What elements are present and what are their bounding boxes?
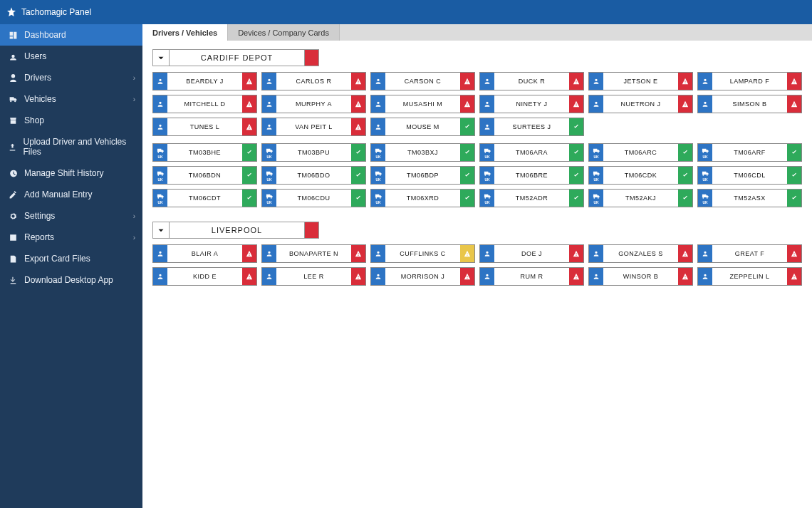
sidebar-item-label: Drivers <box>24 73 51 83</box>
driver-name: BEARDLY J <box>167 73 242 90</box>
vehicle-card[interactable]: UKTM06BRE <box>479 166 584 185</box>
driver-card[interactable]: BEARDLY J <box>152 72 257 90</box>
sidebar-item-export-card-files[interactable]: Export Card Files <box>0 248 142 269</box>
status-icon <box>678 167 692 184</box>
person-icon <box>371 245 385 262</box>
collapse-toggle[interactable] <box>152 222 170 239</box>
status-icon <box>460 118 474 135</box>
driver-card[interactable]: JETSON E <box>588 72 693 90</box>
vehicle-plate-band: UK <box>262 144 276 161</box>
vehicle-card[interactable]: UKTM06ARA <box>479 143 584 162</box>
vehicle-plate-band: UK <box>153 144 167 161</box>
vehicle-card[interactable]: UKTM03BHE <box>152 143 257 162</box>
vehicle-card[interactable]: UKTM06BDO <box>261 166 366 185</box>
collapse-toggle[interactable] <box>152 49 170 66</box>
driver-card[interactable]: VAN PEIT L <box>261 118 366 136</box>
sidebar-item-users[interactable]: Users <box>0 46 142 67</box>
driver-card[interactable]: SURTEES J <box>479 118 584 136</box>
status-icon <box>242 190 256 207</box>
driver-card[interactable]: MUSASHI M <box>370 95 475 113</box>
vehicle-card[interactable]: UKTM52ADR <box>479 189 584 207</box>
vehicle-card[interactable]: UKTM06ARF <box>697 143 802 162</box>
driver-card[interactable]: LEE R <box>261 267 366 286</box>
vehicle-card[interactable]: UKTM03BXJ <box>370 143 475 162</box>
vehicle-card[interactable]: UKTM06XRD <box>370 189 475 207</box>
tab-drivers-vehicles[interactable]: Drivers / Vehicles <box>142 24 228 41</box>
driver-card[interactable]: MITCHELL D <box>152 95 257 113</box>
vehicle-card[interactable]: UKTM06CDT <box>152 189 257 207</box>
person-icon <box>371 268 385 285</box>
sidebar-item-settings[interactable]: Settings› <box>0 205 142 227</box>
sidebar-item-label: Settings <box>24 211 55 221</box>
person-icon <box>480 73 494 90</box>
sidebar-item-download-desktop-app[interactable]: Download Desktop App <box>0 269 142 291</box>
driver-card[interactable]: CARLOS R <box>261 72 366 90</box>
driver-card[interactable]: WINSOR B <box>588 267 693 286</box>
driver-name: SURTEES J <box>494 118 569 135</box>
driver-card[interactable]: GREAT F <box>697 244 802 263</box>
driver-card[interactable]: TUNES L <box>152 118 257 136</box>
driver-card[interactable]: BLAIR A <box>152 244 257 263</box>
driver-card[interactable]: CARSON C <box>370 72 475 90</box>
vehicle-card[interactable]: UKTM06ARC <box>588 143 693 162</box>
status-icon <box>242 245 256 262</box>
driver-card[interactable]: BONAPARTE N <box>261 244 366 263</box>
driver-card[interactable]: MOUSE M <box>370 118 475 136</box>
person-icon <box>589 95 603 113</box>
vehicle-card[interactable]: UKTM06BDN <box>152 166 257 185</box>
depot-header: CARDIFF DEPOT <box>152 49 802 66</box>
status-icon <box>460 73 474 90</box>
vehicle-plate-band: UK <box>698 144 712 161</box>
driver-card[interactable]: MORRISON J <box>370 267 475 286</box>
vehicle-card[interactable]: UKTM06CDK <box>588 166 693 185</box>
vehicle-plate-band: UK <box>589 144 603 161</box>
sidebar-item-dashboard[interactable]: Dashboard <box>0 24 142 46</box>
driver-card[interactable]: KIDD E <box>152 267 257 286</box>
driver-card[interactable]: ZEPPELIN L <box>697 267 802 286</box>
vehicle-card[interactable]: UKTM06CDL <box>697 166 802 185</box>
status-icon <box>569 167 583 184</box>
vehicle-reg: TM06BDP <box>385 167 460 184</box>
driver-name: TUNES L <box>167 118 242 135</box>
status-icon <box>787 268 801 285</box>
sidebar-item-vehicles[interactable]: Vehicles› <box>0 88 142 110</box>
vehicle-card[interactable]: UKTM03BPU <box>261 143 366 162</box>
driver-card[interactable]: DOE J <box>479 244 584 263</box>
tab-devices-company-cards[interactable]: Devices / Company Cards <box>228 24 340 41</box>
status-icon <box>787 190 801 207</box>
vehicle-reg: TM52ASX <box>712 190 787 207</box>
status-icon <box>678 95 692 113</box>
person-icon <box>698 95 712 113</box>
status-icon <box>242 268 256 285</box>
person-icon <box>698 245 712 262</box>
vehicle-card[interactable]: UKTM06CDU <box>261 189 366 207</box>
driver-card[interactable]: NUETRON J <box>588 95 693 113</box>
sidebar-item-shop[interactable]: Shop <box>0 110 142 131</box>
sidebar-item-reports[interactable]: Reports› <box>0 227 142 248</box>
person-icon <box>153 245 167 262</box>
vehicle-plate-band: UK <box>480 144 494 161</box>
sidebar-item-drivers[interactable]: Drivers› <box>0 67 142 88</box>
arrow-down-icon <box>156 225 166 235</box>
driver-card[interactable]: CUFFLINKS C <box>370 244 475 263</box>
person-icon <box>698 73 712 90</box>
driver-card[interactable]: NINETY J <box>479 95 584 113</box>
status-icon <box>351 167 365 184</box>
driver-card[interactable]: GONZALES S <box>588 244 693 263</box>
person-icon <box>480 118 494 135</box>
vehicle-reg: TM06XRD <box>385 190 460 207</box>
sidebar-item-manage-shift-history[interactable]: Manage Shift History <box>0 162 142 184</box>
status-icon <box>351 95 365 113</box>
driver-card[interactable]: SIMSON B <box>697 95 802 113</box>
vehicle-card[interactable]: UKTM52AKJ <box>588 189 693 207</box>
driver-card[interactable]: LAMPARD F <box>697 72 802 90</box>
vehicle-card[interactable]: UKTM06BDP <box>370 166 475 185</box>
sidebar-item-upload-driver-and-vehicles-files[interactable]: Upload Driver and Vehicles Files <box>0 131 142 162</box>
driver-card[interactable]: DUCK R <box>479 72 584 90</box>
driver-card[interactable]: MURPHY A <box>261 95 366 113</box>
driver-name: BLAIR A <box>167 245 242 262</box>
sidebar-item-add-manual-entry[interactable]: Add Manual Entry <box>0 184 142 205</box>
vehicle-plate-band: UK <box>371 167 385 184</box>
driver-card[interactable]: RUM R <box>479 267 584 286</box>
vehicle-card[interactable]: UKTM52ASX <box>697 189 802 207</box>
